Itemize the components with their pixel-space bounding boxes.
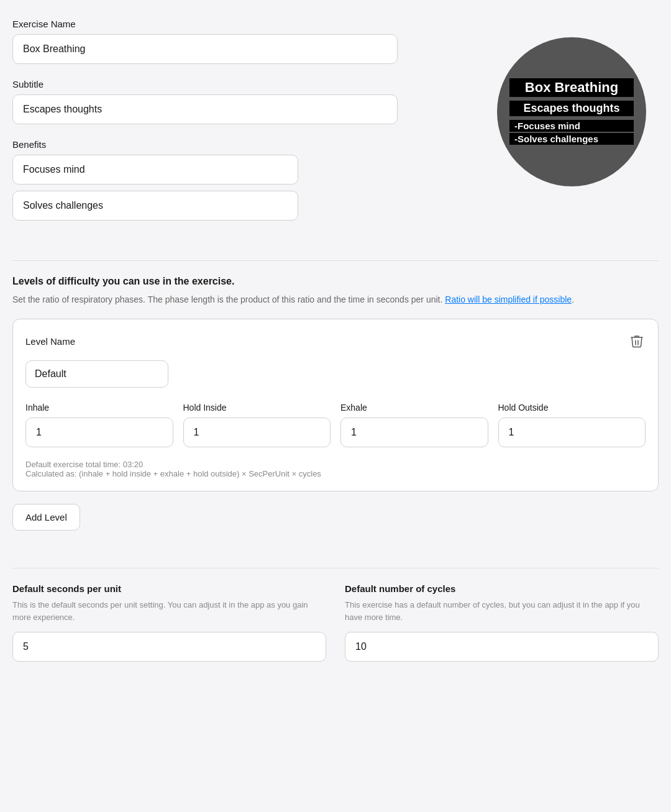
- divider-2: [12, 568, 659, 568]
- add-level-button[interactable]: Add Level: [12, 504, 80, 531]
- exercise-name-input[interactable]: [12, 34, 398, 64]
- default-seconds-field: Default seconds per unit This is the def…: [12, 583, 326, 662]
- level-card-header: Level Name: [25, 332, 646, 350]
- difficulty-section: Levels of difficulty you can use in the …: [12, 276, 659, 555]
- bottom-grid: Default seconds per unit This is the def…: [12, 583, 659, 662]
- hold-inside-col: Hold Inside: [183, 403, 331, 447]
- preview-benefit-2: -Solves challenges: [509, 133, 634, 145]
- preview-benefit-1: -Focuses mind: [509, 120, 634, 132]
- default-cycles-input[interactable]: [345, 632, 659, 662]
- trash-icon: [631, 334, 643, 348]
- exhale-input[interactable]: [340, 417, 488, 447]
- form-left: Exercise Name Subtitle Benefits: [12, 19, 485, 242]
- level-name-input[interactable]: [25, 360, 168, 388]
- exercise-name-label: Exercise Name: [12, 19, 485, 29]
- default-seconds-desc: This is the default seconds per unit set…: [12, 599, 326, 623]
- delete-level-button[interactable]: [628, 332, 646, 350]
- difficulty-description: Set the ratio of respiratory phases. The…: [12, 293, 659, 306]
- default-cycles-desc: This exercise has a default number of cy…: [345, 599, 659, 623]
- hold-inside-label: Hold Inside: [183, 403, 331, 413]
- exercise-name-group: Exercise Name: [12, 19, 485, 64]
- benefits-group: Benefits: [12, 139, 485, 227]
- simplify-link[interactable]: Ratio will be simplified if possible: [445, 294, 572, 304]
- inhale-label: Inhale: [25, 403, 173, 413]
- hold-outside-col: Hold Outside: [498, 403, 646, 447]
- hold-inside-input[interactable]: [183, 417, 331, 447]
- default-seconds-input[interactable]: [12, 632, 326, 662]
- benefit-2-input[interactable]: [12, 191, 298, 221]
- preview-subtitle: Escapes thoughts: [509, 101, 634, 116]
- phase-grid: Inhale Hold Inside Exhale Hold Outside: [25, 403, 646, 447]
- subtitle-label: Subtitle: [12, 79, 485, 89]
- subtitle-input[interactable]: [12, 94, 398, 124]
- hold-outside-label: Hold Outside: [498, 403, 646, 413]
- preview-title: Box Breathing: [509, 78, 634, 97]
- top-section: Exercise Name Subtitle Benefits Box Brea…: [12, 19, 659, 242]
- default-cycles-label: Default number of cycles: [345, 583, 659, 594]
- difficulty-title: Levels of difficulty you can use in the …: [12, 276, 659, 287]
- page-container: Exercise Name Subtitle Benefits Box Brea…: [12, 19, 659, 662]
- difficulty-desc-text: Set the ratio of respiratory phases. The…: [12, 294, 442, 304]
- inhale-input[interactable]: [25, 417, 173, 447]
- preview-circle: Box Breathing Escapes thoughts -Focuses …: [497, 37, 646, 186]
- default-seconds-label: Default seconds per unit: [12, 583, 326, 594]
- total-time-info: Default exercise total time: 03:20 Calcu…: [25, 460, 646, 478]
- exhale-label: Exhale: [340, 403, 488, 413]
- benefits-label: Benefits: [12, 139, 485, 150]
- total-time-label: Default exercise total time: 03:20: [25, 460, 646, 469]
- default-cycles-field: Default number of cycles This exercise h…: [345, 583, 659, 662]
- level-name-label: Level Name: [25, 336, 75, 347]
- calculation-label: Calculated as: (inhale + hold inside + e…: [25, 469, 646, 478]
- preview-right: Box Breathing Escapes thoughts -Focuses …: [497, 19, 659, 186]
- difficulty-desc-end: .: [572, 294, 574, 304]
- inhale-col: Inhale: [25, 403, 173, 447]
- divider-1: [12, 260, 659, 261]
- benefit-1-input[interactable]: [12, 155, 298, 185]
- hold-outside-input[interactable]: [498, 417, 646, 447]
- exhale-col: Exhale: [340, 403, 488, 447]
- subtitle-group: Subtitle: [12, 79, 485, 124]
- level-card: Level Name Inhale Hold Inside: [12, 319, 659, 491]
